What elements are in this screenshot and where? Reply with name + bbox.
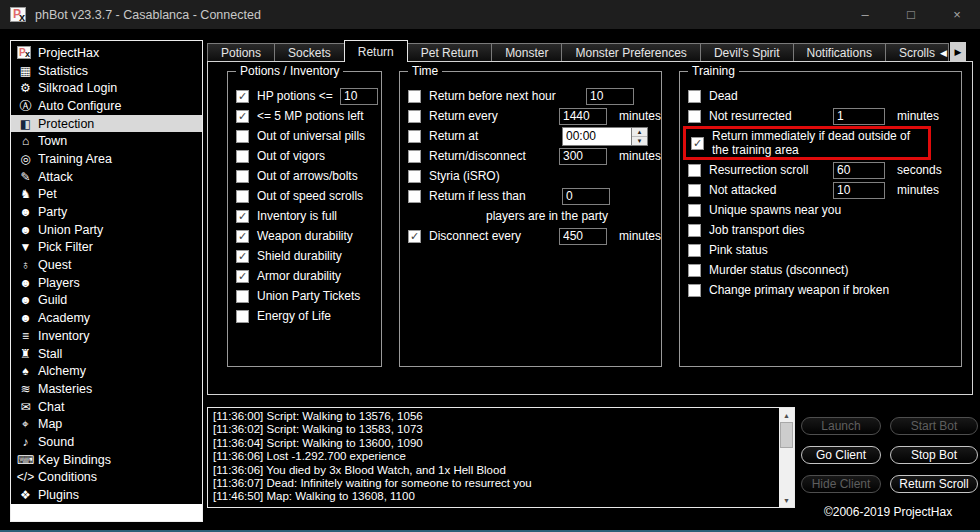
close-button[interactable]: × — [934, 0, 980, 30]
tab-return[interactable]: Return — [344, 40, 408, 62]
inventory-is-full-checkbox[interactable]: ✓ — [236, 210, 249, 223]
energy-of-life-checkbox[interactable] — [236, 310, 249, 323]
sidebar-item-stall[interactable]: ♜Stall — [11, 345, 202, 363]
murder-status-dsconnect-checkbox[interactable] — [688, 264, 701, 277]
tab-scroll-left-icon[interactable]: ◀ — [940, 48, 947, 58]
option-out-of-arrows-bolts[interactable]: Out of arrows/bolts — [228, 166, 381, 186]
return-every-input[interactable] — [559, 108, 607, 125]
sidebar-item-town[interactable]: ⌂Town — [11, 132, 202, 150]
scrollbar-track[interactable] — [779, 448, 794, 493]
option-unique-spawns-near-you[interactable]: Unique spawns near you — [680, 200, 961, 220]
option-murder-status-dsconnect[interactable]: Murder status (dsconnect) — [680, 260, 961, 280]
option-return-immediately-if-dead-outside-of-the-training-area[interactable]: ✓Return immediately if dead outside of t… — [680, 126, 961, 160]
sidebar-item-map[interactable]: ⌖Map — [11, 415, 202, 433]
option-not-attacked[interactable]: Not attackedminutes — [680, 180, 961, 200]
sidebar-item-pet[interactable]: ♞Pet — [11, 186, 202, 204]
sidebar-item-sound[interactable]: ♪Sound — [11, 433, 202, 451]
out-of-speed-scrolls-checkbox[interactable] — [236, 190, 249, 203]
option-not-resurrected[interactable]: Not resurrectedminutes — [680, 106, 961, 126]
option-pink-status[interactable]: Pink status — [680, 240, 961, 260]
tab-pet-return[interactable]: Pet Return — [407, 43, 492, 62]
sidebar-item-training-area[interactable]: ◎Training Area — [11, 150, 202, 168]
option-shield-durability[interactable]: ✓Shield durability — [228, 246, 381, 266]
option-5-mp-potions-left[interactable]: ✓<= 5 MP potions left — [228, 106, 381, 126]
disconnect-every-checkbox[interactable]: ✓ — [408, 230, 421, 243]
union-party-tickets-checkbox[interactable] — [236, 290, 249, 303]
sidebar-item-chat[interactable]: ✉Chat — [11, 398, 202, 416]
option-return-if-less-than[interactable]: Return if less than — [400, 186, 661, 206]
armor-durability-checkbox[interactable]: ✓ — [236, 270, 249, 283]
option-weapon-durability[interactable]: ✓Weapon durability — [228, 226, 381, 246]
sidebar-item-plugins[interactable]: ❖Plugins — [11, 486, 202, 504]
option-out-of-vigors[interactable]: Out of vigors — [228, 146, 381, 166]
sidebar-item-party[interactable]: ☻Party — [11, 203, 202, 221]
sidebar-item-conditions[interactable]: </>Conditions — [11, 469, 202, 487]
option-energy-of-life[interactable]: Energy of Life — [228, 306, 381, 326]
option-change-primary-weapon-if-broken[interactable]: Change primary weapon if broken — [680, 280, 961, 300]
stop-bot-button[interactable]: Stop Bot — [890, 446, 978, 464]
return-before-next-hour-input[interactable] — [586, 88, 634, 105]
option-out-of-speed-scrolls[interactable]: Out of speed scrolls — [228, 186, 381, 206]
tab-potions[interactable]: Potions — [207, 43, 275, 62]
option-armor-durability[interactable]: ✓Armor durability — [228, 266, 381, 286]
option-styria-isro[interactable]: Styria (iSRO) — [400, 166, 661, 186]
sidebar-item-quest[interactable]: ♁Quest — [11, 256, 202, 274]
return-disconnect-input[interactable] — [559, 148, 607, 165]
sidebar-item-players[interactable]: ☻Players — [11, 274, 202, 292]
sidebar-item-key-bindings[interactable]: ⌨Key Bindings — [11, 451, 202, 469]
sidebar-item-auto-configure[interactable]: ⒶAuto Configure — [11, 97, 202, 115]
option-disconnect-every[interactable]: ✓Disconnect everyminutes — [400, 226, 661, 246]
spinner-down-icon[interactable]: ▼ — [632, 137, 647, 145]
out-of-vigors-checkbox[interactable] — [236, 150, 249, 163]
return-if-less-than-input[interactable] — [562, 188, 610, 205]
job-transport-dies-checkbox[interactable] — [688, 224, 701, 237]
hp-potions-checkbox[interactable]: ✓ — [236, 90, 249, 103]
return-every-checkbox[interactable] — [408, 110, 421, 123]
sidebar-item-union-party[interactable]: ☻Union Party — [11, 221, 202, 239]
sidebar-item-academy[interactable]: ☻Academy — [11, 309, 202, 327]
sidebar-item-inventory[interactable]: ≡Inventory — [11, 327, 202, 345]
return-at-checkbox[interactable] — [408, 130, 421, 143]
tab-monster-preferences[interactable]: Monster Preferences — [561, 43, 700, 62]
sidebar-item-attack[interactable]: ✎Attack — [11, 168, 202, 186]
option-hp-potions[interactable]: ✓HP potions <= — [228, 86, 381, 106]
option-return-disconnect[interactable]: Return/disconnectminutes — [400, 146, 661, 166]
tab-devil-s-spirit[interactable]: Devil's Spirit — [700, 43, 794, 62]
scrollbar-up-icon[interactable]: ▲ — [779, 408, 794, 422]
option-return-at[interactable]: Return at▲▼ — [400, 126, 661, 146]
option-return-before-next-hour[interactable]: Return before next hour — [400, 86, 661, 106]
go-client-button[interactable]: Go Client — [801, 446, 881, 464]
return-before-next-hour-checkbox[interactable] — [408, 90, 421, 103]
sidebar-item-silkroad-login[interactable]: ⚙Silkroad Login — [11, 79, 202, 97]
not-attacked-checkbox[interactable] — [688, 184, 701, 197]
option-inventory-is-full[interactable]: ✓Inventory is full — [228, 206, 381, 226]
hp-potions-input[interactable] — [340, 88, 378, 105]
tab-monster[interactable]: Monster — [491, 43, 562, 62]
sidebar-item-statistics[interactable]: ▦Statistics — [11, 62, 202, 80]
tab-scroll-right-button[interactable]: ▶ — [950, 42, 966, 61]
sidebar-item-alchemy[interactable]: ♠Alchemy — [11, 362, 202, 380]
not-attacked-input[interactable] — [833, 182, 885, 199]
scrollbar-thumb[interactable] — [780, 422, 793, 448]
option-union-party-tickets[interactable]: Union Party Tickets — [228, 286, 381, 306]
option-resurrection-scroll[interactable]: Resurrection scrollseconds — [680, 160, 961, 180]
sidebar-item-pick-filter[interactable]: ▼Pick Filter — [11, 239, 202, 257]
option-return-every[interactable]: Return everyminutes — [400, 106, 661, 126]
dead-checkbox[interactable] — [688, 90, 701, 103]
tab-notifications[interactable]: Notifications — [793, 43, 886, 62]
out-of-arrows-bolts-checkbox[interactable] — [236, 170, 249, 183]
sidebar-item-projecthax[interactable]: PxProjectHax — [11, 44, 202, 62]
return-if-less-than-checkbox[interactable] — [408, 190, 421, 203]
spinner-up-icon[interactable]: ▲ — [632, 128, 647, 137]
sidebar-item-protection[interactable]: ◧Protection — [11, 115, 202, 133]
return-disconnect-checkbox[interactable] — [408, 150, 421, 163]
option-out-of-universal-pills[interactable]: Out of universal pills — [228, 126, 381, 146]
log-output[interactable]: [11:36:00] Script: Walking to 13576, 105… — [208, 408, 779, 507]
minimize-button[interactable]: – — [842, 0, 888, 30]
shield-durability-checkbox[interactable]: ✓ — [236, 250, 249, 263]
change-primary-weapon-if-broken-checkbox[interactable] — [688, 284, 701, 297]
sidebar-item-masteries[interactable]: ≋Masteries — [11, 380, 202, 398]
return-immediately-if-dead-outside-of-the-training-area-checkbox[interactable]: ✓ — [691, 137, 704, 150]
not-resurrected-checkbox[interactable] — [688, 110, 701, 123]
resurrection-scroll-input[interactable] — [833, 162, 885, 179]
